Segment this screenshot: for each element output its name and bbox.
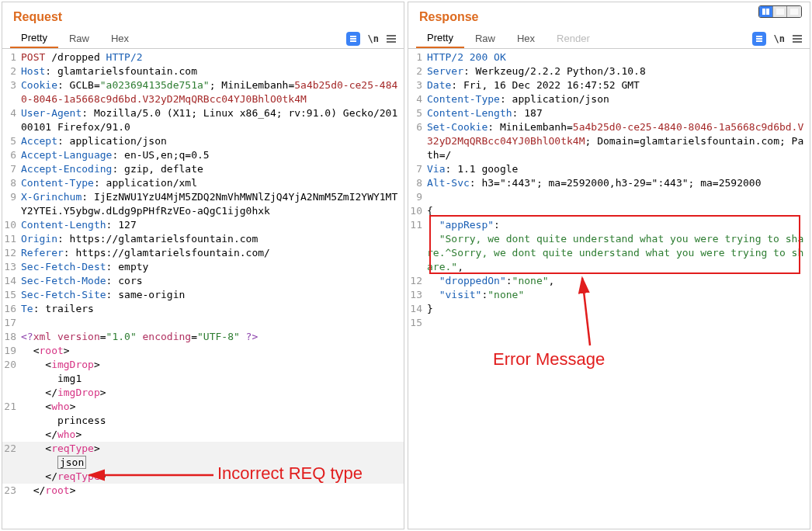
svg-rect-2 xyxy=(350,38,356,40)
request-code[interactable]: 1POST /dropped HTTP/2 2Host: glamtariels… xyxy=(2,49,404,529)
svg-rect-6 xyxy=(756,38,762,40)
incorrect-req-label: Incorrect REQ type xyxy=(217,463,363,484)
svg-rect-3 xyxy=(350,40,356,42)
response-title: Response xyxy=(408,2,810,29)
tab-pretty[interactable]: Pretty xyxy=(416,29,464,48)
actions-icon[interactable] xyxy=(346,32,360,46)
newline-icon[interactable]: \n xyxy=(774,33,785,44)
tab-raw[interactable]: Raw xyxy=(58,30,100,47)
tab-hex[interactable]: Hex xyxy=(100,30,140,47)
svg-rect-7 xyxy=(756,40,762,42)
svg-rect-5 xyxy=(756,36,762,37)
request-panel: Request Pretty Raw Hex \n 1POST /dropped… xyxy=(2,2,404,529)
newline-icon[interactable]: \n xyxy=(368,33,379,44)
json-value-box: json xyxy=(57,456,86,469)
tab-hex[interactable]: Hex xyxy=(506,30,546,47)
actions-icon[interactable] xyxy=(752,32,766,46)
response-tabbar: Pretty Raw Hex Render \n xyxy=(408,29,810,49)
hamburger-icon[interactable] xyxy=(387,35,396,43)
response-panel: Response Pretty Raw Hex Render \n 1HTTP/… xyxy=(408,2,810,529)
response-code[interactable]: 1HTTP/2 200 OK 2Server: Werkzeug/2.2.2 P… xyxy=(408,49,810,529)
tab-render[interactable]: Render xyxy=(546,30,601,47)
tab-raw[interactable]: Raw xyxy=(464,30,506,47)
request-title: Request xyxy=(2,2,404,29)
layout-columns-icon[interactable] xyxy=(759,6,773,17)
layout-toggle-group xyxy=(758,5,802,18)
hamburger-icon[interactable] xyxy=(793,35,802,43)
tab-pretty[interactable]: Pretty xyxy=(10,29,58,48)
layout-single-icon[interactable] xyxy=(787,6,801,17)
layout-top-icon[interactable] xyxy=(773,6,787,17)
error-message-label: Error Message xyxy=(493,349,605,370)
svg-rect-1 xyxy=(350,36,356,37)
request-tabbar: Pretty Raw Hex \n xyxy=(2,29,404,49)
